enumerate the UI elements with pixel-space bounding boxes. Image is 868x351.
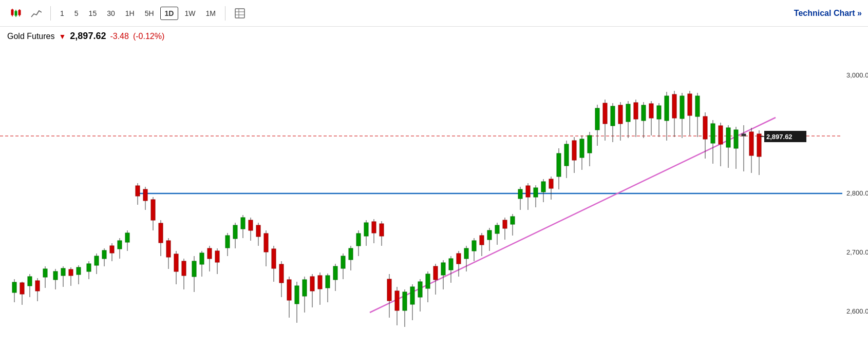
chart-container: 3,000.00 2,800.00 2,700.00 2,600.00 (0, 46, 868, 347)
svg-rect-69 (233, 225, 237, 239)
svg-rect-17 (20, 283, 24, 294)
svg-rect-43 (125, 233, 129, 242)
asset-name: Gold Futures (7, 32, 54, 41)
svg-rect-63 (207, 248, 212, 259)
svg-rect-167 (611, 106, 615, 126)
timeframe-5[interactable]: 5 (70, 7, 83, 20)
svg-rect-165 (603, 103, 607, 124)
svg-rect-111 (395, 291, 399, 310)
price-change: -3.48 (110, 32, 128, 41)
svg-rect-177 (649, 104, 653, 118)
svg-rect-27 (61, 268, 65, 276)
svg-rect-89 (310, 277, 314, 291)
svg-rect-75 (256, 225, 260, 237)
svg-rect-199 (734, 130, 738, 148)
svg-rect-73 (249, 220, 253, 230)
table-icon-button[interactable] (231, 4, 249, 23)
candle-group-volatile (665, 91, 700, 141)
svg-rect-21 (35, 281, 40, 291)
candle-group-trough (295, 272, 330, 323)
svg-rect-137 (495, 225, 499, 233)
svg-rect-131 (472, 241, 476, 251)
technical-chart-link[interactable]: Technical Chart (794, 9, 862, 18)
svg-rect-53 (166, 241, 171, 257)
svg-rect-103 (364, 223, 368, 236)
svg-rect-9 (235, 9, 244, 18)
svg-rect-15 (12, 282, 16, 292)
price-label-text: 2,897.62 (766, 133, 792, 141)
svg-rect-161 (588, 135, 592, 153)
svg-rect-61 (200, 253, 204, 264)
candle-group-drop-1 (151, 197, 186, 289)
svg-rect-99 (349, 248, 353, 260)
timeframe-1h[interactable]: 1H (121, 7, 139, 20)
svg-rect-101 (356, 233, 361, 246)
timeframe-1d[interactable]: 1D (160, 7, 179, 20)
svg-rect-179 (657, 106, 661, 119)
svg-rect-205 (757, 134, 761, 157)
svg-rect-119 (426, 274, 430, 288)
svg-rect-123 (441, 263, 445, 275)
candle-group-peak-2 (225, 215, 260, 256)
candle-group-2 (53, 265, 81, 289)
svg-rect-81 (279, 264, 284, 283)
svg-rect-47 (143, 189, 147, 201)
svg-rect-97 (341, 256, 345, 268)
svg-rect-143 (518, 189, 522, 199)
svg-rect-49 (151, 200, 155, 220)
svg-rect-147 (534, 188, 538, 197)
timeframe-5h[interactable]: 5H (141, 7, 158, 20)
timeframe-15[interactable]: 15 (85, 7, 101, 20)
svg-rect-91 (318, 276, 322, 289)
svg-rect-33 (87, 264, 91, 271)
candle-group-peak-3 (356, 219, 384, 256)
svg-rect-169 (618, 105, 622, 124)
svg-rect-151 (549, 179, 553, 188)
candle-group-drop-2 (264, 230, 291, 318)
svg-rect-95 (333, 266, 337, 280)
svg-rect-83 (287, 280, 291, 300)
candle-group-recovery-2 (333, 246, 353, 291)
timeframe-30[interactable]: 30 (103, 7, 119, 20)
candle-group-uptrend (418, 214, 515, 311)
svg-rect-67 (225, 236, 230, 248)
svg-rect-133 (480, 236, 484, 245)
svg-rect-181 (665, 96, 669, 121)
svg-rect-85 (295, 286, 299, 304)
candle-group-valley (387, 274, 414, 327)
svg-rect-149 (541, 182, 545, 192)
axis-label-2700: 2,700.00 (846, 248, 868, 256)
svg-rect-195 (719, 126, 723, 144)
svg-rect-23 (43, 269, 47, 277)
timeframe-1m[interactable]: 1M (201, 7, 219, 20)
svg-rect-175 (641, 105, 646, 121)
svg-rect-59 (192, 261, 196, 277)
axis-label-3000: 3,000.00 (846, 71, 868, 79)
svg-rect-113 (403, 292, 407, 310)
candlestick-chart-button[interactable] (6, 4, 25, 23)
chart-svg: 3,000.00 2,800.00 2,700.00 2,600.00 (0, 46, 868, 347)
svg-rect-129 (464, 248, 468, 259)
svg-rect-93 (326, 276, 330, 288)
candle-group-left (12, 266, 47, 305)
svg-rect-157 (572, 141, 576, 160)
line-chart-button[interactable] (27, 4, 45, 23)
svg-rect-193 (711, 124, 715, 143)
svg-rect-171 (626, 104, 630, 122)
timeframe-1[interactable]: 1 (56, 7, 68, 20)
svg-rect-3 (15, 11, 17, 15)
svg-rect-145 (526, 186, 530, 197)
svg-rect-25 (53, 271, 58, 280)
current-price: 2,897.62 (70, 31, 106, 42)
svg-rect-163 (595, 108, 599, 130)
svg-rect-35 (95, 256, 99, 265)
timeframe-1w[interactable]: 1W (180, 7, 199, 20)
svg-rect-87 (303, 280, 307, 296)
candle-group-plateau (595, 100, 661, 146)
svg-rect-189 (695, 96, 700, 116)
divider-2 (225, 6, 225, 21)
svg-rect-159 (580, 139, 584, 158)
svg-rect-191 (703, 116, 707, 139)
svg-rect-65 (215, 251, 219, 262)
divider-1 (50, 6, 51, 21)
